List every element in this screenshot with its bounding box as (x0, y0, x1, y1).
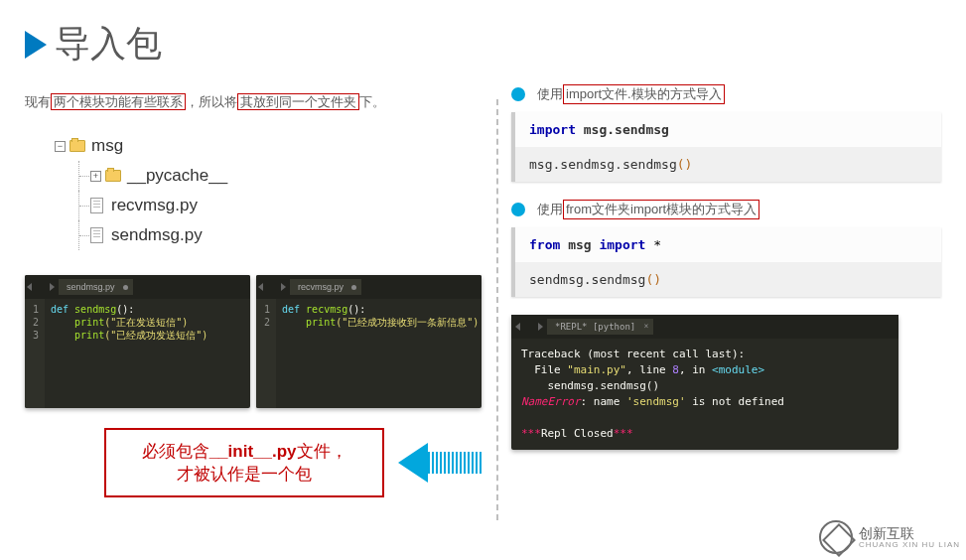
expander-icon[interactable]: − (55, 141, 66, 152)
editor-code[interactable]: def recvmsg(): print("已经成功接收到一条新信息") (276, 299, 482, 408)
folder-icon (69, 140, 85, 152)
arrow-body (428, 452, 482, 474)
callout-text: 才被认作是一个包 (124, 463, 364, 486)
code-kw: from (529, 237, 568, 252)
editor-code[interactable]: def sendmsg(): print("正在发送短信") print("已经… (45, 299, 213, 408)
tab-label: sendmsg.py (67, 282, 115, 292)
nav-prev-icon[interactable] (258, 283, 263, 291)
expander-icon[interactable]: + (90, 171, 101, 182)
repl-tab[interactable]: *REPL* [python]× (547, 319, 653, 335)
code-paren: () (645, 272, 661, 287)
tree-pycache[interactable]: __pycache__ (127, 161, 227, 191)
watermark-logo-icon (819, 520, 853, 554)
folder-icon (105, 170, 121, 182)
intro-text: 现有两个模块功能有些联系，所以将其放到同一个文件夹下。 (25, 93, 482, 111)
close-icon[interactable]: × (643, 322, 648, 331)
repl-panel: *REPL* [python]× Traceback (most recent … (511, 315, 898, 450)
editor-sendmsg: sendmsg.py 123 def sendmsg(): print("正在发… (25, 275, 250, 408)
tab-dirty-icon (123, 285, 128, 290)
intro-highlight-1: 两个模块功能有些联系 (51, 93, 186, 110)
callout-text: 文件， (297, 442, 347, 461)
tab-dirty-icon (351, 285, 356, 290)
file-icon (90, 198, 103, 213)
editor-tab[interactable]: recvmsg.py (290, 279, 361, 295)
tree-file[interactable]: sendmsg.py (111, 220, 203, 250)
code-call: msg.sendmsg.sendmsg (529, 157, 677, 172)
nav-next-icon[interactable] (50, 283, 55, 291)
callout-text: 必须包含 (142, 442, 209, 461)
editor-gutter: 123 (25, 299, 45, 408)
bullet-icon (511, 87, 525, 101)
callout-box: 必须包含__init__.py文件， 才被认作是一个包 (104, 428, 384, 497)
code-mod: msg.sendmsg (584, 122, 669, 137)
nav-prev-icon[interactable] (27, 283, 32, 291)
code-call: sendmsg.sendmsg (529, 272, 645, 287)
editor-recvmsg: recvmsg.py 12 def recvmsg(): print("已经成功… (256, 275, 482, 408)
watermark-sub: CHUANG XIN HU LIAN (859, 540, 960, 549)
watermark-brand: 创新互联 (859, 526, 960, 540)
file-icon (90, 227, 103, 243)
code-kw: import (529, 122, 584, 137)
file-tree: − msg + __pycache__ recvmsg.py sendmsg.p… (55, 131, 482, 250)
intro-mid: ，所以将 (186, 94, 237, 109)
callout-strong: __init__.py (209, 442, 297, 461)
nav-next-icon[interactable] (281, 283, 286, 291)
watermark: 创新互联 CHUANG XIN HU LIAN (819, 520, 960, 554)
page-title: 导入包 (55, 20, 162, 69)
triangle-icon (25, 31, 47, 59)
intro-pre: 现有 (25, 94, 51, 109)
nav-prev-icon[interactable] (515, 323, 520, 331)
bullet-highlight: import文件.模块的方式导入 (563, 84, 725, 104)
arrow-left-icon (398, 443, 428, 483)
tab-label: recvmsg.py (298, 282, 344, 292)
bullet-text: 使用 (537, 201, 563, 218)
editor-gutter: 12 (256, 299, 276, 408)
code-mod: msg (568, 237, 599, 252)
code-kw: import (599, 237, 653, 252)
tab-label: *REPL* [python] (555, 322, 635, 332)
intro-highlight-2: 其放到同一个文件夹 (237, 93, 359, 110)
code-star: * (653, 237, 661, 252)
tree-root[interactable]: msg (91, 131, 123, 161)
editor-tab[interactable]: sendmsg.py (59, 279, 133, 295)
code-card-import: import msg.sendmsg msg.sendmsg.sendmsg() (511, 112, 941, 182)
repl-output[interactable]: Traceback (most recent call last): File … (511, 339, 898, 450)
code-paren: () (677, 157, 693, 172)
bullet-highlight: from文件夹import模块的方式导入 (563, 200, 759, 219)
bullet-icon (511, 203, 525, 216)
tree-file[interactable]: recvmsg.py (111, 191, 198, 220)
bullet-text: 使用 (537, 85, 563, 103)
nav-next-icon[interactable] (538, 323, 543, 331)
code-card-fromimport: from msg import * sendmsg.sendmsg() (511, 227, 941, 297)
intro-post: 下。 (359, 94, 385, 109)
